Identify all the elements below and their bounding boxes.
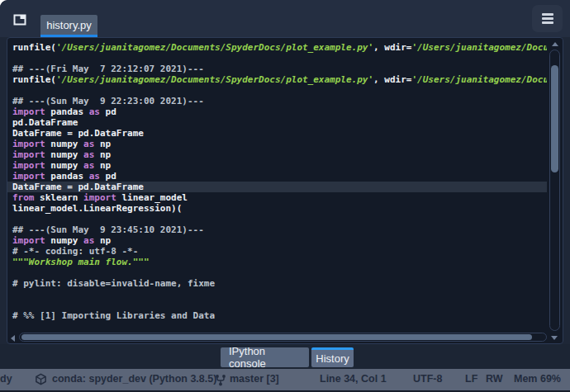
code-line[interactable]: """Workshop main flow.""" (7, 257, 547, 267)
code-line[interactable]: # pylint: disable=invalid-name, fixme (7, 278, 547, 289)
code-line[interactable]: DataFrame = pd.DataFrame (7, 182, 547, 192)
code-line[interactable]: ## ---(Sun May 9 23:45:10 2021)--- (7, 224, 547, 235)
code-line[interactable]: import numpy as np (7, 160, 547, 171)
history-editor-pane: runfile('/Users/juanitagomez/Documents/S… (7, 37, 563, 344)
tab-ipython-console-label: IPython console (229, 345, 301, 370)
browse-tabs-icon (13, 13, 28, 26)
code-line[interactable]: runfile('/Users/juanitagomez/Documents/S… (7, 42, 547, 53)
code-line[interactable]: import numpy as np (7, 149, 547, 160)
scroll-down-arrow-icon[interactable] (551, 336, 558, 340)
horizontal-scrollbar[interactable] (9, 332, 547, 342)
pane-options-menu-button[interactable] (532, 5, 563, 32)
code-line[interactable]: pd.DataFrame (7, 117, 547, 128)
code-line[interactable]: ## ---(Fri May 7 22:12:07 2021)--- (7, 64, 547, 74)
git-branch-icon (215, 374, 226, 386)
status-bar: dy conda: spyder_dev (Python 3.8.5) mast… (0, 369, 570, 392)
code-line[interactable]: import pandas as pd (7, 171, 547, 182)
history-tab-bar: history.py (0, 0, 570, 37)
tab-history[interactable]: History (311, 347, 354, 367)
tab-history-py[interactable]: history.py (40, 15, 97, 37)
code-line[interactable] (7, 289, 547, 300)
code-line[interactable]: import pandas as pd (7, 106, 547, 117)
status-left-partial: dy (0, 373, 12, 385)
hamburger-icon (542, 13, 553, 15)
spyder-history-pane: history.py runfile('/Users/juanitagomez/… (0, 0, 570, 392)
code-line[interactable] (7, 300, 547, 310)
git-branch-status[interactable]: master [3] (230, 373, 279, 385)
memory-status: Mem 69% (514, 373, 561, 385)
code-line[interactable]: import numpy as np (7, 139, 547, 149)
code-line[interactable]: import numpy as np (7, 235, 547, 246)
browse-tabs-button[interactable] (13, 13, 28, 26)
tab-history-label: History (316, 352, 349, 365)
vertical-scrollbar[interactable] (548, 39, 562, 331)
conda-package-icon (35, 373, 47, 385)
encoding-status: UTF-8 (413, 373, 442, 385)
tab-ipython-console[interactable]: IPython console (221, 347, 309, 367)
cursor-position-status: Line 34, Col 1 (320, 373, 387, 385)
bottom-pane-tabbar: IPython console History (0, 344, 570, 369)
code-line[interactable]: # %% [1] Importing Libraries and Data (7, 310, 547, 321)
code-line[interactable]: from sklearn import linear_model (7, 192, 547, 203)
code-line[interactable] (7, 85, 547, 96)
horizontal-scroll-thumb[interactable] (21, 334, 532, 340)
code-line[interactable]: ## ---(Sun May 9 22:23:00 2021)--- (7, 96, 547, 106)
code-line[interactable] (7, 53, 547, 64)
eol-status: LF (465, 373, 477, 385)
scroll-left-arrow-icon[interactable] (11, 335, 15, 342)
editor-lines[interactable]: runfile('/Users/juanitagomez/Documents/S… (7, 42, 547, 332)
code-line[interactable]: linear_model.LinearRegression)( (7, 203, 547, 214)
code-line[interactable]: DataFrame = pd.DataFrame (7, 128, 547, 139)
scroll-up-arrow-icon[interactable] (552, 42, 558, 46)
tab-history-py-label: history.py (46, 19, 92, 31)
code-line[interactable]: runfile('/Users/juanitagomez/Documents/S… (7, 74, 547, 85)
vertical-scroll-thumb[interactable] (551, 65, 558, 172)
code-line[interactable] (7, 267, 547, 278)
permissions-status: RW (486, 373, 503, 385)
code-line[interactable]: # -*- coding: utf-8 -*- (7, 246, 547, 257)
code-line[interactable] (7, 214, 547, 224)
conda-env-status[interactable]: conda: spyder_dev (Python 3.8.5) (52, 373, 216, 385)
